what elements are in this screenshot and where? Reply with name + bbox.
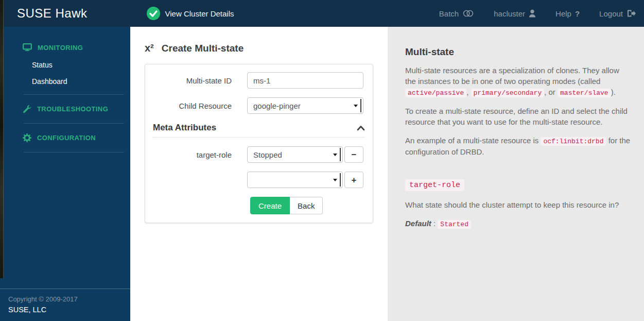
- inline-code: primary/secondary: [471, 89, 545, 97]
- target-role-selected-value: Stopped: [253, 150, 282, 159]
- child-resource-select[interactable]: google-pinger: [247, 97, 363, 114]
- back-button[interactable]: Back: [290, 197, 323, 214]
- attribute-description: What state should the cluster attempt to…: [405, 199, 632, 210]
- create-button[interactable]: Create: [250, 197, 290, 214]
- wrench-icon: [23, 105, 31, 113]
- monitor-icon: [23, 43, 32, 52]
- sidebar-item-status[interactable]: Status: [0, 57, 130, 73]
- meta-attributes-title: Meta Attributes: [153, 123, 216, 133]
- chevron-up-icon: [357, 125, 365, 131]
- create-multistate-form: Multi-state ID Child Resource google-pin…: [145, 64, 373, 223]
- company-name: SUSE, LLC: [8, 306, 122, 314]
- help-panel: Multi-state Multi-state resources are a …: [388, 27, 644, 321]
- user-menu-item[interactable]: hacluster: [494, 9, 536, 18]
- cluster-status-label: View Cluster Details: [165, 9, 234, 18]
- default-label: Default: [405, 219, 431, 228]
- inline-code: active/passive: [405, 89, 466, 97]
- child-resource-label: Child Resource: [153, 102, 232, 110]
- sidebar: MONITORING Status Dashboard TROUBLESHOOT…: [0, 27, 130, 321]
- sidebar-divider: [24, 152, 124, 153]
- question-icon: ?: [575, 9, 580, 18]
- check-circle-icon: [147, 7, 160, 20]
- attribute-default: Default : Started: [405, 218, 632, 229]
- inline-code: master/slave: [558, 89, 611, 97]
- add-attribute-button[interactable]: +: [344, 172, 363, 188]
- sidebar-item-label: TROUBLESHOOTING: [37, 105, 108, 113]
- target-role-label: target-role: [153, 150, 232, 159]
- select-divider: [340, 173, 341, 187]
- logout-menu-item[interactable]: Logout: [599, 9, 636, 18]
- sidebar-nav: MONITORING Status Dashboard TROUBLESHOOT…: [0, 27, 130, 157]
- select-arrow-icon: [354, 105, 358, 107]
- gear-icon: [23, 133, 31, 142]
- sidebar-item-dashboard[interactable]: Dashboard: [0, 73, 130, 90]
- multistate-id-input[interactable]: [247, 72, 363, 89]
- sidebar-divider: [24, 123, 124, 124]
- default-value-code: Started: [438, 220, 471, 229]
- toggle-icon: [462, 9, 474, 18]
- help-paragraphs: Multi-state resources are a specializati…: [405, 65, 632, 157]
- sidebar-footer: Copyright © 2009-2017 SUSE, LLC: [0, 289, 130, 321]
- help-paragraph: Multi-state resources are a specializati…: [405, 65, 632, 98]
- background-edge-strip: [0, 0, 4, 278]
- form-actions: Create Back: [250, 197, 323, 214]
- help-panel-title: Multi-state: [405, 46, 632, 58]
- help-paragraph: An example of a multi-state resource is …: [405, 135, 632, 157]
- multistate-icon: x²: [145, 42, 154, 54]
- page-title-text: Create Multi-state: [162, 43, 243, 54]
- sidebar-item-label: MONITORING: [38, 44, 83, 52]
- help-menu-item[interactable]: Help ?: [555, 9, 580, 18]
- meta-attributes-header: Meta Attributes: [153, 123, 365, 133]
- help-paragraph: To create a multi-state resource, define…: [405, 106, 632, 127]
- select-arrow-icon: [333, 179, 337, 181]
- new-attribute-select[interactable]: [247, 172, 343, 188]
- app-logo[interactable]: SUSE Hawk: [17, 6, 88, 21]
- help-label: Help: [555, 9, 571, 18]
- sidebar-item-label: CONFIGURATION: [37, 134, 96, 142]
- sidebar-item-troubleshooting[interactable]: TROUBLESHOOTING: [0, 99, 130, 119]
- sidebar-item-configuration[interactable]: CONFIGURATION: [0, 128, 130, 147]
- sidebar-item-monitoring[interactable]: MONITORING: [0, 38, 130, 57]
- select-arrow-icon: [333, 154, 337, 156]
- cluster-status[interactable]: View Cluster Details: [147, 7, 234, 20]
- default-separator: :: [433, 219, 436, 228]
- inline-code: ocf:linbit:drbd: [541, 137, 606, 146]
- multistate-id-label: Multi-state ID: [153, 76, 232, 85]
- select-divider: [360, 99, 361, 112]
- top-bar: SUSE Hawk View Cluster Details Batch hac…: [0, 0, 644, 27]
- logout-label: Logout: [599, 9, 623, 18]
- batch-label: Batch: [439, 9, 459, 18]
- meta-attributes-divider: [153, 137, 365, 138]
- main-content: x² Create Multi-state Multi-state ID Chi…: [130, 27, 388, 321]
- remove-attribute-button[interactable]: −: [344, 146, 363, 163]
- child-resource-selected-value: google-pinger: [253, 102, 301, 110]
- top-nav: Batch hacluster Help ? Logout: [439, 9, 644, 18]
- username-label: hacluster: [494, 9, 525, 18]
- page-title: x² Create Multi-state: [130, 27, 388, 54]
- select-divider: [340, 148, 341, 161]
- target-role-select[interactable]: Stopped: [247, 146, 343, 163]
- batch-menu-item[interactable]: Batch: [439, 9, 474, 18]
- copyright-text: Copyright © 2009-2017: [8, 295, 122, 303]
- user-icon: [529, 9, 536, 18]
- collapse-section-button[interactable]: [357, 125, 365, 131]
- sidebar-divider: [24, 94, 124, 95]
- sign-out-icon: [626, 9, 636, 18]
- attribute-name-code: target-role: [405, 179, 464, 191]
